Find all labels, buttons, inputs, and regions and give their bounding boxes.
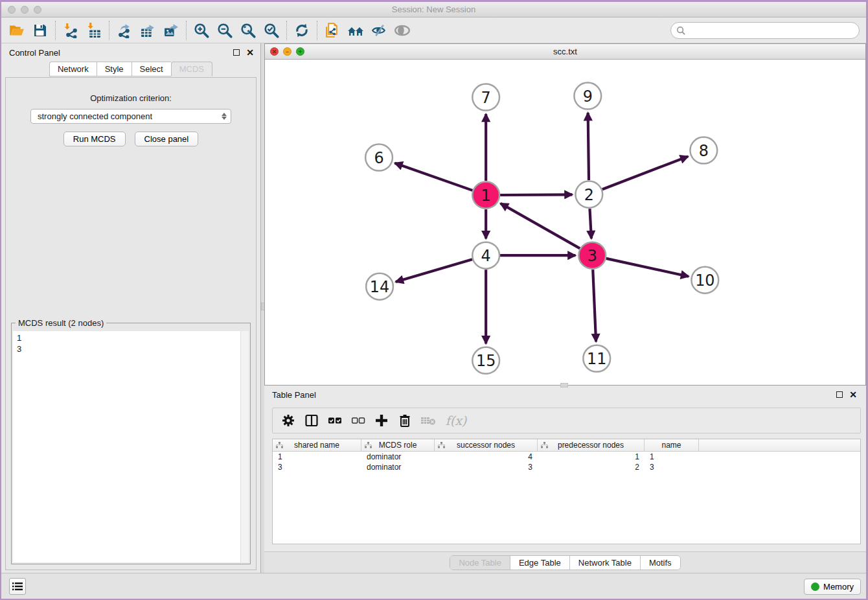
tab-motifs[interactable]: Motifs <box>641 556 680 570</box>
export-network-button[interactable] <box>113 19 136 42</box>
column-header-predecessor-nodes[interactable]: predecessor nodes <box>538 439 645 451</box>
graph-edge-1-2[interactable] <box>500 194 572 195</box>
main-toolbar <box>1 17 866 43</box>
tab-network-table[interactable]: Network Table <box>570 556 641 570</box>
table-row[interactable]: 3dominator323 <box>273 462 860 472</box>
graph-edge-2-3[interactable] <box>589 209 591 238</box>
import-table-icon <box>86 22 102 38</box>
delete-column-button[interactable] <box>394 410 415 431</box>
zoom-selected-button[interactable] <box>260 19 283 42</box>
clone-network-icon <box>325 22 341 38</box>
tab-edge-table[interactable]: Edge Table <box>510 556 570 570</box>
cell-mcds-role[interactable]: dominator <box>361 463 435 472</box>
tab-mcds[interactable]: MCDS <box>171 62 212 76</box>
network-close-button[interactable]: ✕ <box>270 47 279 56</box>
cell-mcds-role[interactable]: dominator <box>361 452 435 461</box>
cell-shared-name[interactable]: 3 <box>273 463 361 472</box>
select-all-button[interactable] <box>325 410 345 431</box>
apply-layout-button[interactable] <box>290 19 314 42</box>
zoom-in-button[interactable] <box>190 19 213 42</box>
table-row[interactable]: 1dominator411 <box>273 452 860 462</box>
maximize-window-button[interactable] <box>34 6 41 14</box>
tab-select[interactable]: Select <box>131 62 171 76</box>
tab-style[interactable]: Style <box>97 62 131 76</box>
cell-name[interactable]: 3 <box>645 463 699 472</box>
float-panel-icon[interactable] <box>233 49 240 56</box>
column-header-shared-name[interactable]: shared name <box>273 439 361 451</box>
import-table-button[interactable] <box>82 19 106 42</box>
zoom-fit-button[interactable] <box>236 19 260 42</box>
hide-panel-button[interactable] <box>367 19 391 42</box>
cell-successor-nodes[interactable]: 4 <box>435 452 538 461</box>
close-window-button[interactable] <box>8 6 16 14</box>
graph-edge-3-11[interactable] <box>593 270 596 341</box>
delete-table-button <box>418 410 439 431</box>
cell-shared-name[interactable]: 1 <box>273 452 361 461</box>
table-settings-button[interactable] <box>278 410 299 431</box>
add-column-button[interactable] <box>371 410 392 431</box>
network-canvas[interactable]: 7968124314101511 <box>265 60 865 385</box>
float-table-panel-icon[interactable] <box>836 391 843 398</box>
graph-node-label-15: 15 <box>476 352 496 370</box>
zoom-out-button[interactable] <box>213 19 236 42</box>
graph-edge-2-8[interactable] <box>602 156 688 189</box>
network-maximize-button[interactable]: + <box>296 47 304 56</box>
show-all-networks-button[interactable] <box>344 19 367 42</box>
open-session-button[interactable] <box>5 19 29 42</box>
horizontal-splitter-handle[interactable] <box>560 383 568 387</box>
table-tabs: Node TableEdge TableNetwork TableMotifs <box>450 555 680 570</box>
mcds-result-box[interactable]: 1 3 <box>13 331 249 562</box>
fx-icon: f(x) <box>446 413 467 428</box>
network-window-title: scc.txt <box>265 47 865 56</box>
cell-predecessor-nodes[interactable]: 2 <box>538 463 645 472</box>
trash-icon <box>398 413 411 428</box>
column-header-name[interactable]: name <box>645 439 699 451</box>
table-panel-title: Table Panel <box>272 390 316 400</box>
cell-name[interactable]: 1 <box>645 452 699 461</box>
close-panel-icon[interactable]: ✕ <box>246 49 254 56</box>
graph-node-label-8: 8 <box>699 142 709 160</box>
search-input[interactable] <box>690 26 854 36</box>
mcds-tab-panel: Optimization criterion: strongly connect… <box>5 77 257 570</box>
network-view-window: ✕ − + scc.txt 7968124314101511 <box>264 43 866 386</box>
deselect-all-button[interactable] <box>348 410 369 431</box>
tab-network[interactable]: Network <box>49 62 97 76</box>
toolbar-separator <box>317 21 317 40</box>
task-history-button[interactable] <box>9 578 26 595</box>
zoom-fit-icon <box>240 22 257 39</box>
tab-node-table[interactable]: Node Table <box>450 556 510 570</box>
run-mcds-button[interactable]: Run MCDS <box>63 132 126 146</box>
toolbar-separator <box>109 21 109 40</box>
column-panel-button[interactable] <box>301 410 322 431</box>
optimization-criterion-select[interactable]: strongly connected component <box>30 109 231 124</box>
function-builder-button: f(x) <box>441 410 471 431</box>
columns-icon <box>305 414 318 427</box>
cell-successor-nodes[interactable]: 3 <box>435 463 538 472</box>
status-bar: Memory <box>1 573 866 599</box>
window-title: Session: New Session <box>1 5 866 14</box>
export-table-button[interactable] <box>136 19 159 42</box>
graph-edge-3-10[interactable] <box>606 259 689 277</box>
minimize-window-button[interactable] <box>21 6 29 14</box>
toolbar-separator <box>186 21 187 40</box>
column-header-mcds-role[interactable]: MCDS role <box>361 439 435 451</box>
memory-button[interactable]: Memory <box>804 579 861 595</box>
import-network-button[interactable] <box>59 19 82 42</box>
graph-edge-4-14[interactable] <box>396 259 472 282</box>
network-minimize-button[interactable]: − <box>283 47 291 56</box>
cell-predecessor-nodes[interactable]: 1 <box>538 452 645 461</box>
graph-edge-3-1[interactable] <box>501 203 580 248</box>
graph-edge-1-6[interactable] <box>394 163 472 190</box>
visibility-button[interactable] <box>391 19 414 42</box>
result-scrollbar[interactable] <box>240 331 249 562</box>
close-panel-button[interactable]: Close panel <box>135 132 199 146</box>
column-header-successor-nodes[interactable]: successor nodes <box>435 439 538 451</box>
graph-node-label-10: 10 <box>695 271 714 290</box>
clone-network-button[interactable] <box>321 19 344 42</box>
column-type-icon <box>541 442 548 448</box>
export-image-button[interactable] <box>159 19 183 42</box>
close-table-panel-icon[interactable]: ✕ <box>849 391 857 398</box>
graph-edge-2-9[interactable] <box>588 113 589 180</box>
control-panel-tabs: NetworkStyleSelectMCDS <box>1 62 260 76</box>
save-session-button[interactable] <box>29 19 52 42</box>
